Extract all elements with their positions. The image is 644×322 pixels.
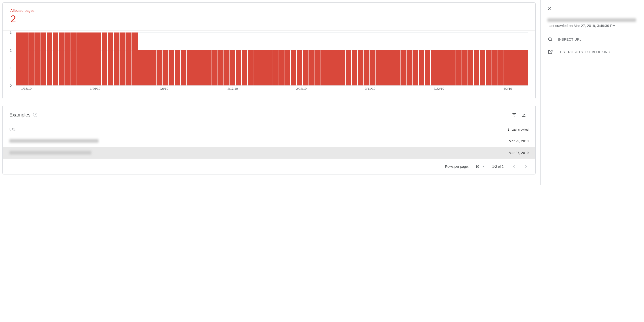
table-row[interactable]: redactedMar 29, 2019 <box>3 135 536 147</box>
chart-xtick: 1/15/19 <box>21 87 32 90</box>
chart-bar <box>144 50 150 86</box>
test-robots-action[interactable]: TEST ROBOTS.TXT BLOCKING <box>548 46 637 58</box>
pagination-next[interactable] <box>522 162 530 171</box>
chevron-left-icon <box>511 164 516 169</box>
chart-bar <box>425 50 430 86</box>
chart-bar <box>224 50 229 86</box>
chart-bar <box>382 50 388 86</box>
chart-bar <box>456 50 461 86</box>
chart-xtick: 1/26/19 <box>90 87 100 90</box>
chart-bar <box>175 50 180 86</box>
chart-bar <box>346 50 351 86</box>
chart-bar <box>138 50 144 86</box>
chart-bar <box>364 50 370 86</box>
chart-bar <box>339 50 345 86</box>
table-cell-url: redacted <box>10 151 509 155</box>
chart-bar <box>510 50 516 86</box>
chart-bar <box>431 50 436 86</box>
chart-bar <box>284 50 290 86</box>
chart-xtick: 4/2/19 <box>503 87 512 90</box>
affected-pages-card: Affected pages 2 0123 1/15/191/26/192/6/… <box>2 2 536 99</box>
chart-bar <box>400 50 406 86</box>
chart-bar <box>71 32 76 85</box>
rows-per-page-select[interactable]: 10 <box>474 163 486 170</box>
close-panel-button[interactable] <box>544 4 554 13</box>
sort-desc-icon <box>507 128 510 132</box>
chart-ytick: 1 <box>10 66 12 69</box>
help-icon[interactable]: ? <box>33 113 37 117</box>
chart-bar <box>474 50 479 86</box>
close-icon <box>547 6 552 11</box>
chart-bar <box>120 32 126 85</box>
chart-bar <box>315 50 320 86</box>
chart-bar <box>47 32 52 85</box>
chart-bar <box>498 50 504 86</box>
chart-bar <box>16 32 22 85</box>
chart-ytick: 3 <box>10 31 12 34</box>
dropdown-icon <box>481 164 486 169</box>
chart-ytick: 2 <box>10 48 12 52</box>
chart-bar <box>388 50 394 86</box>
chart-bar <box>486 50 491 86</box>
filter-icon <box>512 112 517 117</box>
chart-bar <box>254 50 260 86</box>
inspect-url-action[interactable]: INSPECT URL <box>548 33 637 46</box>
chart-bar <box>419 50 424 86</box>
chart-bar <box>181 50 186 86</box>
url-detail-panel: hidden url text placeholder content here… <box>540 0 644 185</box>
chart-bar <box>212 50 217 86</box>
pagination-range: 1-2 of 2 <box>492 165 504 168</box>
chart-bar <box>162 50 168 86</box>
chart-bar <box>34 32 40 85</box>
chart-bar <box>504 50 510 86</box>
filter-button[interactable] <box>509 110 519 120</box>
chart-bar <box>437 50 443 86</box>
chart-bar <box>114 32 119 85</box>
rows-per-page-value: 10 <box>476 165 479 168</box>
chart-bar <box>187 50 192 86</box>
table-row[interactable]: redactedMar 27, 2019 <box>3 147 536 159</box>
chart-bar <box>193 50 199 86</box>
chart-bar <box>95 32 101 85</box>
column-url: URL <box>10 128 507 132</box>
chart-bar <box>248 50 253 86</box>
chart-xtick: 3/22/19 <box>434 87 444 90</box>
chart-bar <box>370 50 376 86</box>
chart-bar <box>480 50 485 86</box>
chart-bar <box>199 50 205 86</box>
svg-line-6 <box>551 40 552 41</box>
chart-bar <box>242 50 247 86</box>
chart-xtick: 2/17/19 <box>227 87 238 90</box>
chart-bar <box>230 50 235 86</box>
chart-bar <box>272 50 278 86</box>
chart-bar <box>65 32 70 85</box>
chart-bar <box>303 50 308 86</box>
chart-bar <box>449 50 455 86</box>
detail-url: hidden url text placeholder content here <box>548 18 637 22</box>
chart-bar <box>28 32 34 85</box>
chart-bar <box>126 32 132 85</box>
chart-bar <box>102 32 107 85</box>
chart-bar <box>218 50 223 86</box>
search-icon <box>548 36 553 42</box>
chart-bar <box>291 50 296 86</box>
affected-pages-label: Affected pages <box>10 8 528 12</box>
column-last-crawled-sort[interactable]: Last crawled <box>507 128 529 132</box>
column-last-crawled-label: Last crawled <box>512 128 529 131</box>
rows-per-page-label: Rows per page: <box>445 165 469 168</box>
chart-bar <box>132 32 138 85</box>
pagination-prev[interactable] <box>509 162 518 171</box>
affected-pages-chart: 0123 1/15/191/26/192/6/192/17/192/28/193… <box>3 30 536 99</box>
examples-table-header: URL Last crawled <box>3 124 536 135</box>
chart-bar <box>333 50 339 86</box>
chart-xtick: 2/6/19 <box>160 87 168 90</box>
chart-bar <box>522 50 528 86</box>
inspect-url-label: INSPECT URL <box>558 37 582 41</box>
chart-bar <box>297 50 302 86</box>
chart-bar <box>468 50 473 86</box>
chart-bar <box>406 50 412 86</box>
chart-bar <box>412 50 418 86</box>
chart-bar <box>394 50 400 86</box>
examples-title: Examples <box>10 112 30 118</box>
download-button[interactable] <box>519 110 529 120</box>
